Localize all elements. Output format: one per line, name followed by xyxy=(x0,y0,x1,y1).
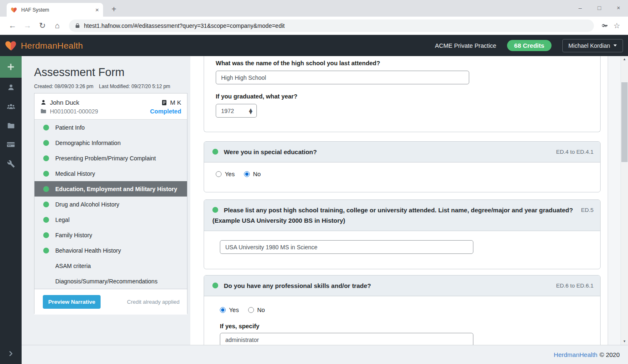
no-label[interactable]: No xyxy=(253,171,261,177)
minimize-icon[interactable]: – xyxy=(571,0,590,16)
record-folder-icon xyxy=(40,108,47,114)
stepper-down-icon[interactable]: ▼ xyxy=(248,111,254,113)
question-header: ED.5 Please list any post high school tr… xyxy=(204,200,600,231)
content-scrollbar[interactable]: ▲ ▼ xyxy=(621,56,628,345)
specify-input[interactable] xyxy=(220,333,473,345)
footer-brand-link[interactable]: HerdmanHealth xyxy=(554,351,597,358)
window-controls: – □ × xyxy=(571,0,628,16)
complete-dot xyxy=(43,248,49,253)
section-item-education[interactable]: Education, Employment and Military Histo… xyxy=(34,181,187,197)
footer-copyright: © 2020 xyxy=(599,351,620,358)
section-item-family-history[interactable]: Family History xyxy=(34,227,187,243)
section-item-demographic[interactable]: Demographic Information xyxy=(34,135,187,150)
answered-dot-icon xyxy=(212,207,218,213)
tab-title: HAF System xyxy=(21,7,91,13)
billing-nav-button[interactable] xyxy=(0,135,22,154)
question-text: Were you in special education? xyxy=(224,148,317,155)
skills-yes-radio[interactable] xyxy=(220,307,226,313)
files-nav-button[interactable] xyxy=(0,116,22,135)
answered-dot-icon xyxy=(212,149,218,155)
maximize-icon[interactable]: □ xyxy=(590,0,609,16)
yes-label[interactable]: Yes xyxy=(225,171,235,177)
created-date: Created: 08/09/20 3:26 pm xyxy=(34,84,94,89)
yes-label[interactable]: Yes xyxy=(229,307,239,313)
tab-close-icon[interactable]: × xyxy=(95,7,99,13)
patient-name: John Duck xyxy=(50,99,79,106)
reload-icon[interactable]: ↻ xyxy=(36,20,49,32)
app-footer: HerdmanHealth © 2020 xyxy=(22,345,628,364)
section-item-medical-history[interactable]: Medical History xyxy=(34,166,187,181)
new-tab-button[interactable]: + xyxy=(108,4,120,15)
scrollbar-thumb[interactable] xyxy=(621,82,628,162)
patient-person-icon xyxy=(40,99,47,106)
lock-icon xyxy=(75,23,80,28)
section-item-asam[interactable]: ASAM criteria xyxy=(34,258,187,273)
settings-nav-button[interactable] xyxy=(0,154,22,173)
user-menu-button[interactable]: Michael Kordian xyxy=(562,39,623,52)
browser-tab[interactable]: HAF System × xyxy=(7,3,103,17)
people-icon xyxy=(7,102,15,111)
question-text: Please list any post high school trainin… xyxy=(212,207,573,224)
section-item-legal[interactable]: Legal xyxy=(34,212,187,227)
key-icon[interactable] xyxy=(598,20,611,32)
gradyear-input[interactable]: 1972 ▲ ▼ xyxy=(216,104,257,118)
back-icon[interactable]: ← xyxy=(6,20,19,32)
forward-icon[interactable]: → xyxy=(21,20,34,32)
person-icon xyxy=(7,84,15,91)
highschool-input[interactable] xyxy=(216,71,469,84)
patient-card: John Duck M K H00 xyxy=(34,93,187,119)
section-item-drug-alcohol[interactable]: Drug and Alcohol History xyxy=(34,197,187,212)
scrollbar-down-icon[interactable]: ▼ xyxy=(621,338,628,345)
section-list: Patient Info Demographic Information Pre… xyxy=(34,119,187,289)
question-code: ED.6 to ED.6.1 xyxy=(556,280,594,291)
question-card-skills: ED.6 to ED.6.1 Do you have any professio… xyxy=(204,275,601,345)
assessment-dates: Created: 08/09/20 3:26 pm Last Modified:… xyxy=(34,84,175,89)
section-item-diagnosis[interactable]: Diagnosis/Summary/Recommendations xyxy=(34,273,187,289)
form-content: What was the name of the high school you… xyxy=(190,56,608,345)
wrench-icon xyxy=(7,160,15,168)
close-window-icon[interactable]: × xyxy=(609,0,628,16)
bookmark-star-icon[interactable]: ☆ xyxy=(611,20,623,32)
clinician-initials: M K xyxy=(170,99,181,106)
add-new-button[interactable] xyxy=(0,56,22,78)
question-text: Do you have any professional skills and/… xyxy=(224,282,371,289)
credit-note: Credit already applied xyxy=(127,299,180,305)
question-header: ED.6 to ED.6.1 Do you have any professio… xyxy=(204,275,600,296)
question-card-highschool: What was the name of the high school you… xyxy=(204,56,601,132)
practice-name: ACME Private Practice xyxy=(435,42,496,49)
modified-date: Last Modified: 09/27/20 5:12 pm xyxy=(99,84,170,89)
section-item-patient-info[interactable]: Patient Info xyxy=(34,120,187,135)
heart-logo-icon xyxy=(5,39,17,52)
status-badge: Completed xyxy=(150,108,181,115)
question-header: ED.4 to ED.4.1 Were you in special educa… xyxy=(204,142,600,162)
section-item-presenting-problem[interactable]: Presenting Problem/Primary Complaint xyxy=(34,150,187,166)
sidebar-expand-toggle[interactable] xyxy=(0,343,22,364)
no-label[interactable]: No xyxy=(257,307,265,313)
highschool-label: What was the name of the high school you… xyxy=(216,60,380,66)
brand-logo[interactable]: HerdmanHealth xyxy=(5,39,83,52)
heart-favicon-icon xyxy=(11,7,17,13)
address-bar[interactable]: htest1.hafnow.com/#/editassessment?query… xyxy=(69,20,594,32)
patient-nav-button[interactable] xyxy=(0,78,22,97)
browser-window: HAF System × + – □ × ← → ↻ ⌂ htest1.hafn… xyxy=(0,0,628,364)
skills-no-radio[interactable] xyxy=(248,307,254,313)
complete-dot xyxy=(43,155,49,161)
special-ed-yes-radio[interactable] xyxy=(216,171,222,177)
complete-dot xyxy=(43,217,49,223)
complete-dot xyxy=(43,171,49,177)
browser-tabstrip: HAF System × + – □ × xyxy=(0,0,628,17)
folder-icon xyxy=(7,122,15,130)
special-ed-no-radio[interactable] xyxy=(244,171,250,177)
section-item-behavioral-health[interactable]: Behavioral Health History xyxy=(34,243,187,258)
post-highschool-input[interactable] xyxy=(220,240,473,254)
number-stepper[interactable]: ▲ ▼ xyxy=(248,108,254,113)
complete-dot xyxy=(43,202,49,207)
answered-dot-icon xyxy=(212,283,218,288)
record-id: H0010001-000029 xyxy=(50,108,98,115)
chevron-right-icon xyxy=(7,350,15,357)
groups-nav-button[interactable] xyxy=(0,97,22,116)
home-icon[interactable]: ⌂ xyxy=(51,20,64,32)
question-card-special-ed: ED.4 to ED.4.1 Were you in special educa… xyxy=(204,141,601,192)
scrollbar-up-icon[interactable]: ▲ xyxy=(621,56,628,63)
preview-narrative-button[interactable]: Preview Narrative xyxy=(43,295,101,309)
